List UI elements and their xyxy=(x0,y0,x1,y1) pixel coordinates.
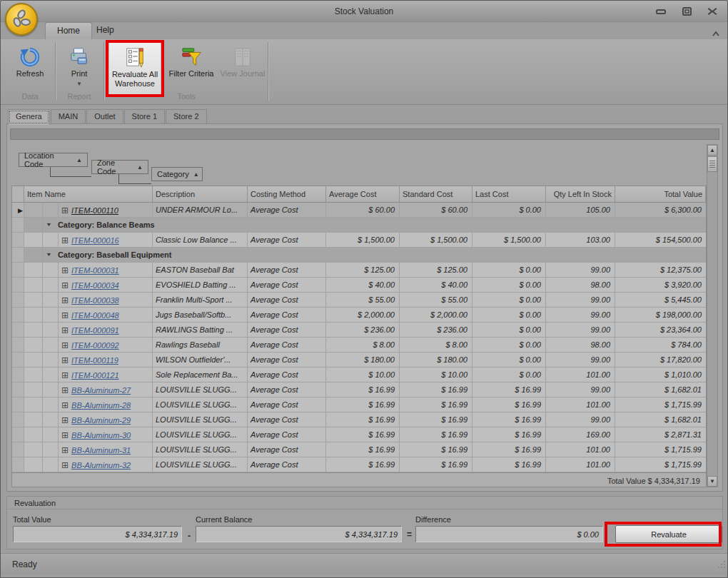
item-row[interactable]: ⊞BB-Aluminum-32LOUISVILLE SLUGG...Averag… xyxy=(12,457,706,472)
expand-row-icon[interactable]: ⊞ xyxy=(61,310,69,320)
column-header-last-cost[interactable]: Last Cost xyxy=(472,186,546,202)
item-row[interactable]: ⊞ITEM-000092Rawlings BaseballAverage Cos… xyxy=(12,338,706,353)
scroll-up-button[interactable]: ▲ xyxy=(707,145,717,156)
collapse-ribbon-button[interactable] xyxy=(712,26,720,39)
item-link[interactable]: ITEM-000119 xyxy=(71,356,118,365)
filter-criteria-icon xyxy=(179,45,203,69)
vertical-scrollbar[interactable]: ▲ ▼ xyxy=(707,144,718,487)
column-header-total-value[interactable]: Total Value xyxy=(615,186,706,202)
scrollbar-thumb[interactable] xyxy=(707,156,717,172)
groupby-zone-code[interactable]: Zone Code▲ xyxy=(91,160,148,174)
item-link[interactable]: ITEM-000031 xyxy=(71,266,119,275)
app-menu-button[interactable] xyxy=(5,3,38,36)
filter-criteria-button[interactable]: Filter Criteria xyxy=(164,42,218,96)
expand-row-icon[interactable]: ⊞ xyxy=(61,445,69,455)
expand-row-icon[interactable]: ⊞ xyxy=(61,370,69,380)
item-row[interactable]: ⊞ITEM-000038Franklin Multi-Sport ...Aver… xyxy=(12,293,706,308)
expand-row-icon[interactable]: ⊞ xyxy=(61,280,69,290)
average-cost-cell: $ 16.99 xyxy=(326,397,400,412)
column-header-description[interactable]: Description xyxy=(153,186,248,202)
item-link[interactable]: BB-Aluminum-30 xyxy=(71,431,131,440)
expand-row-icon[interactable]: ⊞ xyxy=(61,206,69,216)
group-collapse-icon[interactable]: ▼ xyxy=(46,222,52,228)
row-indicator-cell xyxy=(12,278,24,292)
item-row[interactable]: ⊞BB-Aluminum-30LOUISVILLE SLUGG...Averag… xyxy=(12,427,706,442)
tab-outlet[interactable]: Outlet xyxy=(86,109,123,124)
ribbon-tab-strip: Home Help xyxy=(1,22,727,39)
expand-row-icon[interactable]: ⊞ xyxy=(61,265,69,275)
item-row[interactable]: ⊞ITEM-000034EVOSHIELD Batting ...Average… xyxy=(12,278,706,293)
column-header-qty-left[interactable]: Qty Left In Stock xyxy=(546,186,615,202)
item-link[interactable]: BB-Aluminum-32 xyxy=(71,461,131,470)
item-link[interactable]: ITEM-000034 xyxy=(71,281,119,290)
column-header-costing-method[interactable]: Costing Method xyxy=(248,186,326,202)
expand-row-icon[interactable]: ⊞ xyxy=(61,400,69,410)
item-row[interactable]: ⊞ITEM-000048Jugs Baseball/Softb...Averag… xyxy=(12,308,706,323)
expand-row-icon[interactable]: ⊞ xyxy=(61,355,69,365)
tab-general[interactable]: Genera xyxy=(8,109,50,125)
expand-row-icon[interactable]: ⊞ xyxy=(61,325,69,335)
expand-row-icon[interactable]: ⊞ xyxy=(61,415,69,425)
group-collapse-icon[interactable]: ▼ xyxy=(46,252,52,258)
item-link[interactable]: BB-Aluminum-31 xyxy=(71,446,131,455)
scroll-down-button[interactable]: ▼ xyxy=(707,476,717,487)
column-header-average-cost[interactable]: Average Cost xyxy=(326,186,400,202)
item-row[interactable]: ⊞ITEM-000121Sole Replacement Ba...Averag… xyxy=(12,367,706,382)
item-link[interactable]: ITEM-000092 xyxy=(71,341,119,350)
tab-main[interactable]: MAIN xyxy=(51,109,86,124)
total-value-cell: $ 6,300.00 xyxy=(615,203,706,217)
indent-cell xyxy=(24,248,43,262)
ribbon-tab-help[interactable]: Help xyxy=(85,22,126,39)
item-row[interactable]: ▶⊞ITEM-000110UNDER ARMOUR Lo...Average C… xyxy=(12,203,706,218)
item-link[interactable]: BB-Aluminum-28 xyxy=(71,401,131,410)
qty-left-cell: 105.00 xyxy=(546,203,615,217)
group-row[interactable]: ▼Category: Baseball Equipment xyxy=(12,248,706,263)
resize-grip-icon[interactable] xyxy=(717,559,726,572)
item-link[interactable]: ITEM-000121 xyxy=(71,371,119,380)
item-row[interactable]: ⊞BB-Aluminum-27LOUISVILLE SLUGG...Averag… xyxy=(12,382,706,397)
item-link[interactable]: ITEM-000091 xyxy=(71,326,119,335)
print-dropdown-arrow[interactable]: ▼ xyxy=(76,79,82,88)
total-value-cell: $ 198,000.00 xyxy=(615,308,706,322)
column-header-standard-cost[interactable]: Standard Cost xyxy=(400,186,472,202)
title-bar[interactable]: Stock Valuation xyxy=(1,1,727,22)
minimize-button[interactable] xyxy=(654,6,667,16)
difference-field[interactable]: $ 0.00 xyxy=(415,526,603,542)
group-row[interactable]: ▼Category: Balance Beams xyxy=(12,218,706,233)
item-row[interactable]: ⊞ITEM-000119WILSON Outfielder'...Average… xyxy=(12,353,706,367)
expand-row-icon[interactable]: ⊞ xyxy=(61,295,69,305)
item-link[interactable]: ITEM-000110 xyxy=(71,206,118,215)
indent-cell xyxy=(24,233,43,247)
expand-row-icon[interactable]: ⊞ xyxy=(61,460,69,470)
item-link[interactable]: ITEM-000016 xyxy=(71,236,119,245)
item-row[interactable]: ⊞BB-Aluminum-28LOUISVILLE SLUGG...Averag… xyxy=(12,397,706,412)
equals-operator: = xyxy=(407,529,412,539)
item-link[interactable]: BB-Aluminum-29 xyxy=(71,416,131,425)
groupby-location-code[interactable]: Location Code▲ xyxy=(19,153,88,167)
maximize-button[interactable] xyxy=(680,6,693,16)
item-row[interactable]: ⊞BB-Aluminum-29LOUISVILLE SLUGG...Averag… xyxy=(12,412,706,427)
expand-row-icon[interactable]: ⊞ xyxy=(61,430,69,440)
expand-row-icon[interactable]: ⊞ xyxy=(61,235,69,245)
indent-cell xyxy=(43,353,59,367)
current-balance-field[interactable]: $ 4,334,317.19 xyxy=(196,526,402,542)
print-button[interactable]: Print ▼ xyxy=(58,42,101,96)
item-row[interactable]: ⊞ITEM-000091RAWLINGS Batting ...Average … xyxy=(12,323,706,338)
view-journal-icon xyxy=(231,45,255,69)
close-button[interactable] xyxy=(706,6,719,16)
item-row[interactable]: ⊞BB-Aluminum-31LOUISVILLE SLUGG...Averag… xyxy=(12,442,706,457)
item-link[interactable]: ITEM-000038 xyxy=(71,296,119,305)
tab-store1[interactable]: Store 1 xyxy=(124,109,165,124)
total-value-field[interactable]: $ 4,334,317.19 xyxy=(13,526,182,542)
groupby-category[interactable]: Category▲ xyxy=(151,167,203,181)
tab-store2[interactable]: Store 2 xyxy=(166,109,206,124)
item-link[interactable]: BB-Aluminum-27 xyxy=(71,386,131,395)
item-row[interactable]: ⊞ITEM-000016Classic Low Balance ...Avera… xyxy=(12,233,706,248)
refresh-button[interactable]: Refresh xyxy=(8,42,52,96)
item-row[interactable]: ⊞ITEM-000031EASTON Baseball BatAverage C… xyxy=(12,263,706,278)
expand-row-icon[interactable]: ⊞ xyxy=(61,385,69,395)
expand-row-icon[interactable]: ⊞ xyxy=(61,340,69,350)
item-link[interactable]: ITEM-000048 xyxy=(71,311,119,320)
costing-method-cell: Average Cost xyxy=(248,382,326,397)
column-header-item-name[interactable]: Item Name xyxy=(24,186,153,202)
